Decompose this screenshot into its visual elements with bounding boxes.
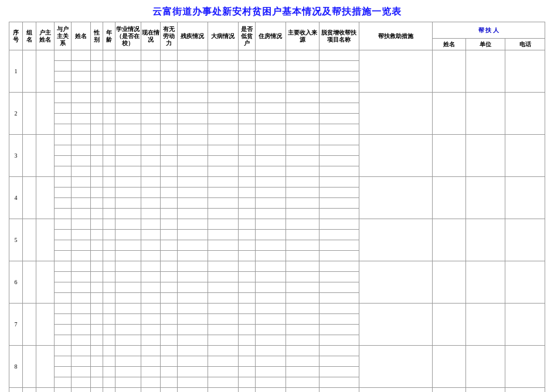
cell-ispoor <box>238 124 255 135</box>
cell-labor <box>160 240 177 251</box>
cell-labor <box>160 135 177 145</box>
table-row: 6 <box>9 261 545 272</box>
cell-status <box>141 114 160 124</box>
cell-age <box>103 156 115 166</box>
cell-hhrel <box>54 209 71 219</box>
cell-name <box>72 93 91 103</box>
cell-labor <box>160 367 177 377</box>
cell-project <box>320 230 359 240</box>
cell-status <box>141 219 160 230</box>
cell-group <box>22 261 36 304</box>
cell-group <box>22 304 36 346</box>
cell-housing <box>255 61 286 71</box>
cell-illness <box>208 293 238 304</box>
cell-ispoor <box>238 377 255 388</box>
cell-age <box>103 356 115 367</box>
cell-group <box>22 388 36 393</box>
cell-housing <box>255 293 286 304</box>
cell-age <box>103 166 115 177</box>
header-seq: 序号 <box>9 22 23 50</box>
cell-ispoor <box>238 135 255 145</box>
cell-housing <box>255 388 286 393</box>
cell-age <box>103 135 115 145</box>
cell-education <box>115 82 141 93</box>
cell-illness <box>208 177 238 188</box>
cell-helper-phone <box>505 261 545 304</box>
header-income: 主要收入来源 <box>286 22 319 50</box>
cell-illness <box>208 124 238 135</box>
header-labor: 有无劳动力 <box>160 22 177 50</box>
cell-housing <box>255 103 286 114</box>
header-name: 姓名 <box>72 22 91 50</box>
cell-income <box>286 50 319 61</box>
table-row: 2 <box>9 93 545 103</box>
cell-gender <box>91 346 103 356</box>
cell-gender <box>91 335 103 346</box>
cell-helper-unit <box>465 304 505 346</box>
cell-gender <box>91 377 103 388</box>
cell-name <box>72 304 91 314</box>
cell-helper-phone <box>505 346 545 388</box>
cell-income <box>286 198 319 209</box>
cell-project <box>320 135 359 145</box>
cell-age <box>103 314 115 325</box>
cell-ispoor <box>238 251 255 261</box>
cell-housing <box>255 335 286 346</box>
header-status: 现在情况 <box>141 22 160 50</box>
cell-housing <box>255 82 286 93</box>
cell-ispoor <box>238 50 255 61</box>
cell-education <box>115 103 141 114</box>
cell-status <box>141 346 160 356</box>
cell-name <box>72 209 91 219</box>
cell-disabled <box>177 71 208 82</box>
cell-illness <box>208 156 238 166</box>
cell-income <box>286 314 319 325</box>
cell-age <box>103 261 115 272</box>
cell-hhrel <box>54 356 71 367</box>
cell-illness <box>208 335 238 346</box>
cell-illness <box>208 261 238 272</box>
cell-helper-phone <box>505 177 545 219</box>
cell-education <box>115 325 141 335</box>
cell-status <box>141 177 160 188</box>
cell-gender <box>91 50 103 61</box>
cell-household <box>36 93 54 135</box>
cell-gender <box>91 103 103 114</box>
cell-education <box>115 314 141 325</box>
cell-name <box>72 325 91 335</box>
cell-seq: 2 <box>9 93 23 135</box>
cell-group <box>22 93 36 135</box>
header-helper-unit: 单位 <box>465 39 505 50</box>
cell-project <box>320 93 359 103</box>
cell-project <box>320 261 359 272</box>
cell-education <box>115 50 141 61</box>
cell-education <box>115 166 141 177</box>
cell-helper-name <box>432 135 465 177</box>
cell-seq: 4 <box>9 177 23 219</box>
cell-group <box>22 177 36 219</box>
cell-group <box>22 219 36 261</box>
cell-housing <box>255 219 286 230</box>
cell-hhrel <box>54 103 71 114</box>
cell-name <box>72 377 91 388</box>
cell-income <box>286 93 319 103</box>
cell-ispoor <box>238 346 255 356</box>
cell-hhrel <box>54 71 71 82</box>
cell-gender <box>91 156 103 166</box>
cell-age <box>103 240 115 251</box>
cell-gender <box>91 240 103 251</box>
cell-gender <box>91 325 103 335</box>
cell-income <box>286 209 319 219</box>
cell-gender <box>91 367 103 377</box>
cell-gender <box>91 261 103 272</box>
cell-helper-phone <box>505 50 545 93</box>
cell-project <box>320 188 359 198</box>
cell-housing <box>255 177 286 188</box>
cell-status <box>141 388 160 393</box>
cell-illness <box>208 346 238 356</box>
cell-status <box>141 325 160 335</box>
cell-labor <box>160 93 177 103</box>
cell-housing <box>255 156 286 166</box>
cell-hhrel <box>54 93 71 103</box>
cell-age <box>103 93 115 103</box>
